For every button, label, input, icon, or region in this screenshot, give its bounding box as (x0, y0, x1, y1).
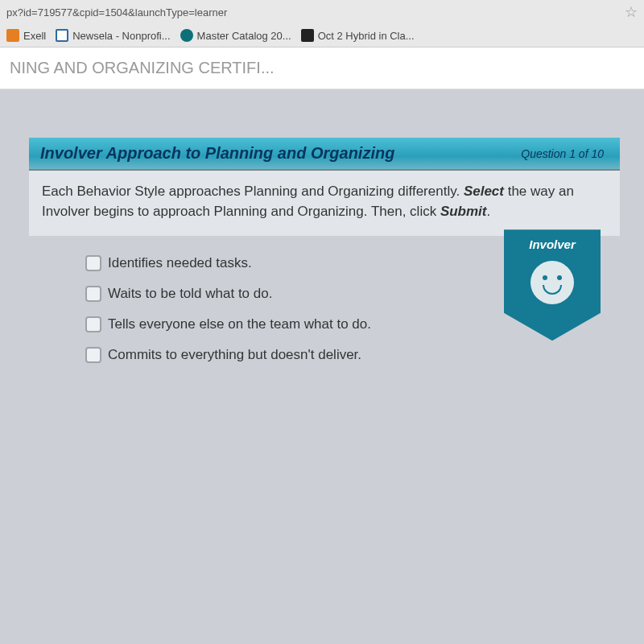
question-prompt: Each Behavior Style approaches Planning … (29, 171, 620, 236)
bookmark-master-catalog[interactable]: Master Catalog 20... (180, 29, 291, 42)
bookmark-label: Exell (23, 30, 46, 42)
bookmark-label: Master Catalog 20... (197, 30, 291, 42)
checkbox-icon[interactable] (85, 347, 101, 363)
badge-label: Involver (504, 237, 601, 251)
question-header: Involver Approach to Planning and Organi… (29, 138, 620, 171)
bookmark-star-icon[interactable]: ☆ (625, 3, 638, 21)
option-text: Identifies needed tasks. (108, 255, 252, 271)
bookmark-icon (180, 29, 193, 42)
bookmark-icon (301, 29, 314, 42)
question-title: Involver Approach to Planning and Organi… (40, 144, 394, 163)
bookmark-newsela[interactable]: Newsela - Nonprofi... (56, 29, 170, 42)
option-text: Commits to everything but doesn't delive… (108, 347, 361, 363)
quiz-content: Involver Approach to Planning and Organi… (0, 89, 644, 644)
checkbox-icon[interactable] (85, 255, 101, 271)
question-counter: Question 1 of 10 (521, 147, 604, 160)
bookmark-label: Oct 2 Hybrid in Cla... (318, 30, 415, 42)
option-text: Waits to be told what to do. (108, 286, 272, 302)
checkbox-icon[interactable] (85, 316, 101, 332)
answers-area: Involver Identifies needed tasks. Waits … (29, 236, 620, 386)
bookmark-icon (56, 29, 68, 42)
bookmarks-bar: Exell Newsela - Nonprofi... Master Catal… (0, 24, 644, 47)
course-title: NING AND ORGANIZING CERTIFI... (0, 47, 644, 89)
smiley-face-icon (530, 261, 574, 304)
bookmark-icon (6, 29, 19, 42)
option-4[interactable]: Commits to everything but doesn't delive… (85, 347, 612, 363)
bookmark-oct2-hybrid[interactable]: Oct 2 Hybrid in Cla... (301, 29, 415, 42)
bookmark-exell[interactable]: Exell (6, 29, 46, 42)
option-text: Tells everyone else on the team what to … (108, 316, 371, 332)
address-bar: px?id=719577&cpid=1504&launchType=learne… (0, 0, 644, 24)
bookmark-label: Newsela - Nonprofi... (72, 30, 170, 42)
checkbox-icon[interactable] (85, 286, 101, 302)
url-fragment: px?id=719577&cpid=1504&launchType=learne… (6, 6, 227, 19)
